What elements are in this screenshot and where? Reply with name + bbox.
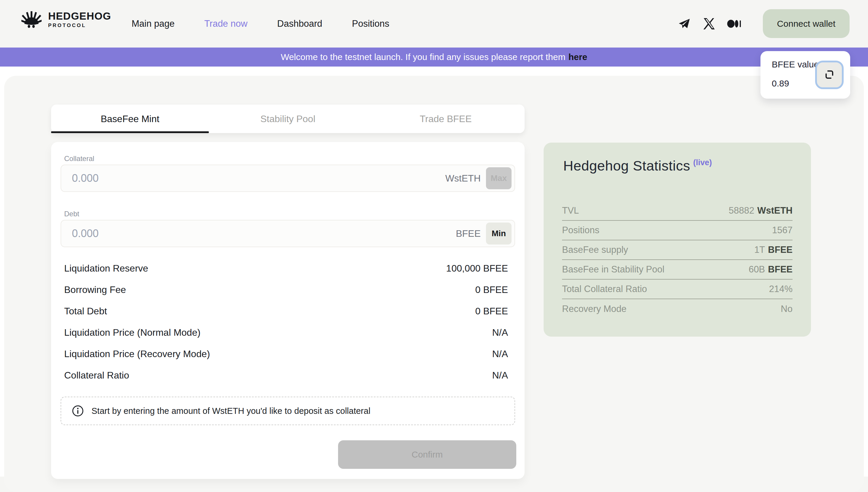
- detail-row-liq-price-normal: Liquidation Price (Normal Mode) N/A: [64, 322, 508, 343]
- debt-asset-tag: BFEE: [456, 228, 481, 239]
- main-nav: Main page Trade now Dashboard Positions: [131, 0, 390, 48]
- brand-subtitle: PROTOCOL: [48, 23, 111, 28]
- brand-name: HEDGEHOG: [48, 11, 111, 21]
- stats-label: BaseFee in Stability Pool: [562, 264, 665, 275]
- detail-label: Liquidation Reserve: [64, 263, 148, 274]
- hedgehog-icon: [21, 10, 42, 28]
- detail-value: 0 BFEE: [475, 306, 508, 317]
- refresh-icon: [823, 68, 836, 82]
- banner-message: Welcome to the testnet launch. If you fi…: [281, 52, 565, 62]
- detail-row-collateral-ratio: Collateral Ratio N/A: [64, 365, 508, 386]
- detail-row-liq-price-recovery: Liquidation Price (Recovery Mode) N/A: [64, 343, 508, 365]
- stats-unit: BFEE: [768, 245, 793, 255]
- collateral-asset-tag: WstETH: [445, 173, 481, 184]
- stats-number: 58882: [729, 205, 754, 216]
- bfee-refresh-button[interactable]: [815, 60, 844, 89]
- statistics-panel: Hedgehog Statistics (live) TVL 58882WstE…: [544, 143, 811, 337]
- bfee-value-label: BFEE value:: [772, 59, 821, 70]
- tab-basefee-mint-label: BaseFee Mint: [101, 114, 159, 124]
- brand-logo[interactable]: HEDGEHOG PROTOCOL: [21, 10, 111, 28]
- nav-main-page[interactable]: Main page: [131, 19, 175, 29]
- active-tab-underline: [51, 131, 209, 133]
- detail-value: N/A: [492, 327, 508, 338]
- tab-stability-pool-label: Stability Pool: [261, 114, 316, 124]
- stats-row-positions: Positions 1567: [562, 221, 793, 240]
- tab-trade-bfee-label: Trade BFEE: [420, 114, 472, 124]
- stats-row-basefee-stability-pool: BaseFee in Stability Pool 60BBFEE: [562, 260, 793, 279]
- bfee-value-card: BFEE value: 0.89: [761, 51, 850, 99]
- tab-trade-bfee[interactable]: Trade BFEE: [367, 104, 525, 133]
- testnet-banner: Welcome to the testnet launch. If you fi…: [0, 48, 868, 67]
- info-icon: [72, 405, 84, 417]
- medium-icon[interactable]: [727, 17, 741, 31]
- stats-label: Recovery Mode: [562, 304, 626, 314]
- stats-unit: WstETH: [757, 205, 793, 216]
- min-button[interactable]: Min: [486, 223, 512, 245]
- collateral-label: Collateral: [64, 154, 94, 163]
- nav-dashboard[interactable]: Dashboard: [277, 19, 322, 29]
- stats-number: No: [781, 304, 793, 314]
- detail-label: Liquidation Price (Recovery Mode): [64, 348, 210, 360]
- debt-input-group: BFEE Min: [60, 220, 515, 247]
- detail-row-liquidation-reserve: Liquidation Reserve 100,000 BFEE: [64, 257, 508, 279]
- collateral-input-group: WstETH Max: [60, 165, 515, 192]
- stats-unit: BFEE: [768, 264, 793, 275]
- nav-positions[interactable]: Positions: [352, 19, 390, 29]
- detail-value: 100,000 BFEE: [446, 263, 508, 274]
- hint-text: Start by entering the amount of WstETH y…: [92, 406, 370, 416]
- stats-label: BaseFee supply: [562, 245, 628, 255]
- detail-label: Total Debt: [64, 306, 107, 317]
- nav-trade-now[interactable]: Trade now: [204, 19, 247, 29]
- social-links: [677, 0, 741, 48]
- statistics-live-badge: (live): [693, 158, 712, 167]
- stats-row-basefee-supply: BaseFee supply 1TBFEE: [562, 240, 793, 260]
- stats-number: 60B: [749, 264, 765, 275]
- detail-row-total-debt: Total Debt 0 BFEE: [64, 300, 508, 322]
- position-details: Liquidation Reserve 100,000 BFEE Borrowi…: [64, 257, 508, 386]
- bfee-value: 0.89: [772, 78, 789, 89]
- stats-number: 1567: [772, 225, 793, 236]
- detail-label: Collateral Ratio: [64, 370, 129, 381]
- debt-input[interactable]: [72, 227, 456, 240]
- header: HEDGEHOG PROTOCOL Main page Trade now Da…: [0, 0, 868, 48]
- debt-label: Debt: [64, 210, 79, 218]
- stats-label: TVL: [562, 205, 579, 216]
- basefee-mint-form: Collateral WstETH Max Debt BFEE Min Liqu…: [51, 142, 525, 479]
- collateral-input[interactable]: [72, 172, 445, 184]
- detail-value: N/A: [492, 348, 508, 360]
- banner-report-link[interactable]: here: [568, 52, 587, 62]
- detail-label: Liquidation Price (Normal Mode): [64, 327, 200, 338]
- max-button[interactable]: Max: [486, 167, 512, 189]
- detail-value: N/A: [492, 370, 508, 381]
- statistics-title: Hedgehog Statistics: [563, 157, 690, 174]
- stats-number: 1T: [754, 245, 765, 255]
- detail-row-borrowing-fee: Borrowing Fee 0 BFEE: [64, 279, 508, 300]
- stats-row-total-collateral-ratio: Total Collateral Ratio 214%: [562, 279, 793, 299]
- stats-number: 214%: [769, 284, 793, 294]
- x-icon[interactable]: [702, 17, 716, 31]
- detail-label: Borrowing Fee: [64, 284, 126, 295]
- connect-wallet-button[interactable]: Connect wallet: [763, 9, 849, 38]
- stats-label: Total Collateral Ratio: [562, 284, 647, 294]
- hint-box: Start by entering the amount of WstETH y…: [60, 397, 515, 425]
- telegram-icon[interactable]: [677, 17, 691, 31]
- stats-row-recovery-mode: Recovery Mode No: [562, 299, 793, 319]
- trade-tabs: BaseFee Mint Stability Pool Trade BFEE: [51, 104, 525, 133]
- stats-label: Positions: [562, 225, 599, 236]
- tab-basefee-mint[interactable]: BaseFee Mint: [51, 104, 209, 133]
- tab-stability-pool[interactable]: Stability Pool: [209, 104, 367, 133]
- confirm-button[interactable]: Confirm: [338, 440, 516, 469]
- detail-value: 0 BFEE: [475, 284, 508, 295]
- statistics-rows: TVL 58882WstETH Positions 1567 BaseFee s…: [562, 201, 793, 319]
- stats-row-tvl: TVL 58882WstETH: [562, 201, 793, 221]
